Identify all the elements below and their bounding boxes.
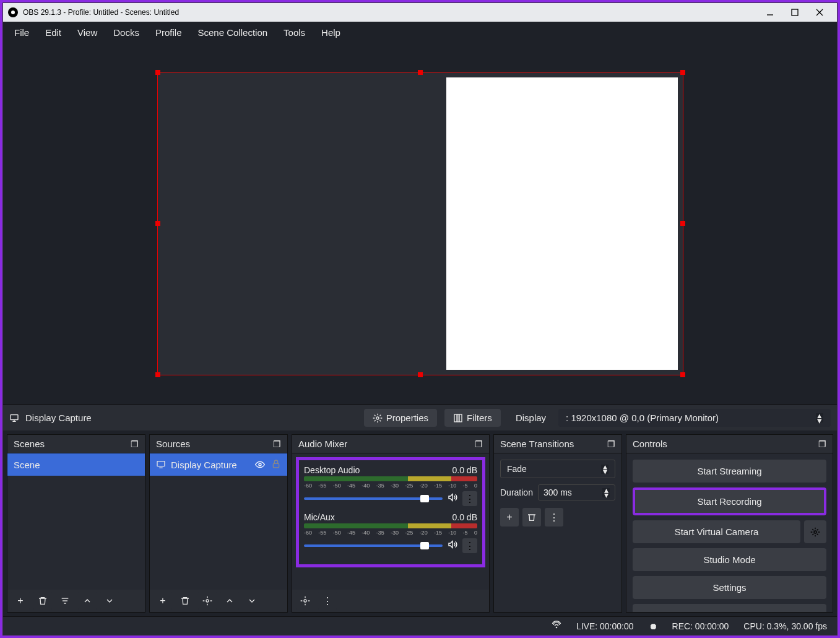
menu-file[interactable]: File: [7, 24, 37, 42]
start-virtual-camera-button[interactable]: Start Virtual Camera: [633, 520, 800, 543]
scenes-title: Scenes: [14, 439, 45, 449]
maximize-button[interactable]: [782, 3, 807, 22]
remove-source-button[interactable]: [176, 592, 194, 610]
svg-rect-10: [459, 414, 462, 422]
audio-mixer-highlight: Desktop Audio0.0 dB -60-55-50-45-40-35-3…: [296, 457, 485, 567]
menu-profile[interactable]: Profile: [148, 24, 189, 42]
transitions-title: Scene Transitions: [500, 439, 574, 449]
speaker-icon[interactable]: [448, 492, 457, 505]
gear-icon: [373, 413, 383, 423]
svg-rect-17: [273, 463, 279, 468]
svg-point-16: [259, 463, 261, 466]
menu-scene-collection[interactable]: Scene Collection: [191, 24, 275, 42]
scenes-panel: Scenes Scene +: [7, 434, 145, 613]
svg-rect-14: [157, 461, 165, 466]
audio-mixer-panel: Audio Mixer Desktop Audio0.0 dB -60-55-5…: [292, 434, 490, 613]
source-down-button[interactable]: [243, 592, 261, 610]
add-transition-button[interactable]: +: [500, 508, 519, 527]
source-toolbar: Display Capture Properties Filters Displ…: [3, 404, 837, 430]
lock-icon[interactable]: [271, 459, 281, 471]
minimize-button[interactable]: [758, 3, 782, 22]
volume-slider[interactable]: [304, 497, 443, 500]
source-up-button[interactable]: [220, 592, 239, 610]
menu-edit[interactable]: Edit: [38, 24, 69, 42]
menu-tools[interactable]: Tools: [276, 24, 313, 42]
live-status: LIVE: 00:00:00: [576, 621, 634, 631]
svg-point-18: [206, 600, 209, 602]
remove-scene-button[interactable]: [33, 592, 52, 610]
filters-button[interactable]: Filters: [444, 409, 501, 427]
scene-up-button[interactable]: [78, 592, 97, 610]
audio-settings-button[interactable]: [296, 592, 314, 610]
scene-item[interactable]: Scene: [7, 453, 145, 476]
svg-rect-1: [792, 9, 798, 15]
popout-icon[interactable]: [607, 439, 615, 449]
controls-title: Controls: [633, 439, 667, 449]
svg-rect-9: [457, 414, 459, 422]
exit-button[interactable]: Exit: [633, 604, 826, 612]
add-scene-button[interactable]: +: [11, 592, 30, 610]
close-button[interactable]: [807, 3, 832, 22]
add-source-button[interactable]: +: [154, 592, 172, 610]
window-title: OBS 29.1.3 - Profile: Untitled - Scenes:…: [23, 8, 179, 17]
audio-channel-mic: Mic/Aux0.0 dB -60-55-50-45-40-35-30-25-2…: [304, 512, 477, 553]
spinner-icon[interactable]: ▴▾: [816, 413, 823, 422]
visibility-toggle[interactable]: [254, 458, 266, 471]
scene-down-button[interactable]: [100, 592, 119, 610]
transition-select[interactable]: Fade▴▾: [500, 460, 615, 478]
settings-button[interactable]: Settings: [633, 576, 826, 599]
selected-source-label: Display Capture: [25, 413, 92, 423]
scene-filters-button[interactable]: [56, 592, 74, 610]
audio-menu-button[interactable]: ⋮: [462, 538, 477, 553]
display-select[interactable]: : 1920x1080 @ 0,0 (Primary Monitor) ▴▾: [558, 409, 831, 427]
source-item[interactable]: Display Capture: [150, 453, 287, 476]
audio-menu-button[interactable]: ⋮: [318, 592, 337, 610]
volume-slider[interactable]: [304, 544, 443, 547]
sources-title: Sources: [156, 439, 190, 449]
preview-source-selection[interactable]: [157, 72, 683, 375]
menu-view[interactable]: View: [70, 24, 105, 42]
audio-meter: [304, 476, 477, 481]
svg-point-21: [556, 627, 556, 627]
meter-ticks: -60-55-50-45-40-35-30-25-20-15-10-50: [304, 530, 477, 536]
start-streaming-button[interactable]: Start Streaming: [633, 460, 826, 483]
menubar: File Edit View Docks Profile Scene Colle…: [3, 22, 837, 43]
popout-icon[interactable]: [273, 439, 281, 449]
popout-icon[interactable]: [818, 439, 826, 449]
svg-rect-8: [454, 414, 457, 422]
sources-panel: Sources Display Capture +: [149, 434, 288, 613]
obs-app-icon: [8, 7, 18, 17]
virtual-camera-settings-button[interactable]: [804, 520, 826, 543]
cpu-status: CPU: 0.3%, 30.00 fps: [743, 621, 827, 631]
filters-icon: [453, 413, 463, 423]
titlebar: OBS 29.1.3 - Profile: Untitled - Scenes:…: [3, 3, 837, 22]
speaker-icon[interactable]: [448, 540, 457, 552]
audio-menu-button[interactable]: ⋮: [462, 491, 477, 506]
svg-rect-4: [11, 414, 18, 419]
duration-input[interactable]: 300 ms▴▾: [538, 484, 615, 500]
menu-docks[interactable]: Docks: [106, 24, 147, 42]
svg-point-20: [814, 531, 816, 533]
studio-mode-button[interactable]: Studio Mode: [633, 548, 826, 571]
svg-point-7: [376, 417, 379, 419]
preview-content: [163, 77, 678, 370]
menu-help[interactable]: Help: [314, 24, 348, 42]
statusbar: LIVE: 00:00:00 ⏺ REC: 00:00:00 CPU: 0.3%…: [3, 616, 837, 635]
mixer-title: Audio Mixer: [298, 439, 347, 449]
meter-ticks: -60-55-50-45-40-35-30-25-20-15-10-50: [304, 483, 477, 489]
svg-point-19: [304, 600, 306, 602]
source-properties-button[interactable]: [198, 592, 217, 610]
transitions-panel: Scene Transitions Fade▴▾ Duration 300 ms…: [493, 434, 622, 613]
transition-menu-button[interactable]: ⋮: [545, 508, 563, 527]
preview-area[interactable]: [3, 43, 837, 404]
remove-transition-button[interactable]: [522, 508, 541, 527]
start-recording-button[interactable]: Start Recording: [633, 487, 826, 515]
controls-panel: Controls Start Streaming Start Recording…: [626, 434, 833, 613]
monitor-icon: [9, 413, 19, 423]
duration-label: Duration: [500, 487, 533, 497]
network-icon: [552, 620, 561, 632]
popout-icon[interactable]: [131, 439, 139, 449]
properties-button[interactable]: Properties: [364, 409, 437, 427]
popout-icon[interactable]: [475, 439, 483, 449]
audio-channel-desktop: Desktop Audio0.0 dB -60-55-50-45-40-35-3…: [304, 465, 477, 506]
